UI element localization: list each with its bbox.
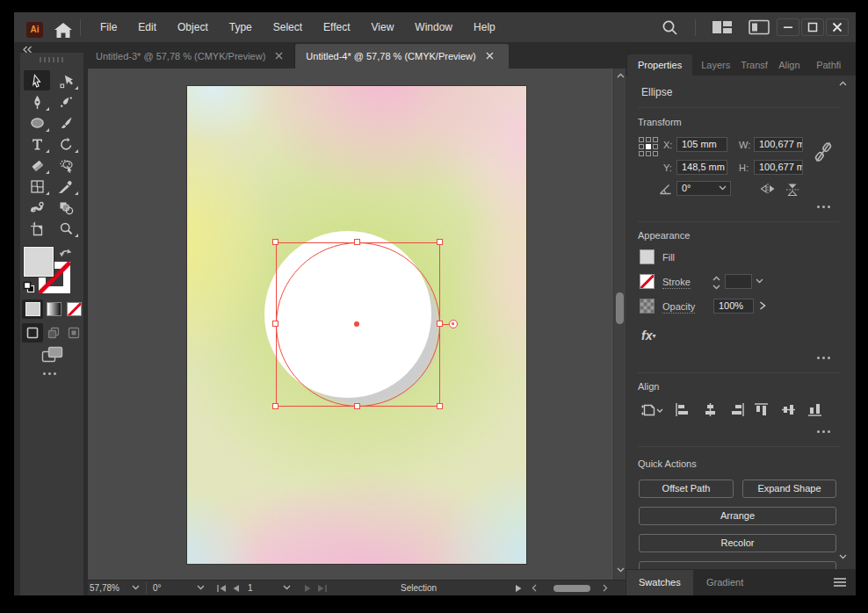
link-dimensions-icon[interactable] [814, 141, 833, 163]
x-input[interactable]: 105 mm [676, 137, 727, 152]
menu-type[interactable]: Type [219, 12, 263, 42]
menu-file[interactable]: File [90, 12, 127, 42]
document-tab-1[interactable]: Untitled-3* @ 57,78 % (CMYK/Preview) [88, 44, 295, 69]
stroke-weight-input[interactable] [725, 274, 752, 289]
blend-tool[interactable] [52, 197, 81, 218]
shape-builder-tool[interactable] [52, 155, 81, 176]
last-artboard-icon[interactable] [316, 584, 328, 593]
ellipse-tool[interactable] [23, 112, 52, 133]
panel-tab-layers[interactable]: Layers [701, 54, 741, 76]
align-v-top-icon[interactable] [754, 402, 769, 417]
align-h-right-icon[interactable] [730, 402, 745, 417]
toolbar-grip[interactable] [40, 57, 63, 62]
paintbrush-tool[interactable] [52, 112, 81, 133]
panel-tab-pathfi[interactable]: Pathfi [816, 54, 854, 76]
scroll-left-icon[interactable] [532, 584, 537, 592]
flip-horizontal-icon[interactable] [760, 183, 776, 195]
status-text[interactable]: Selection [401, 583, 437, 593]
vertical-scrollbar-thumb[interactable] [616, 292, 624, 324]
curvature-tool[interactable] [52, 91, 81, 112]
recolor-button[interactable]: Recolor [639, 534, 836, 552]
align-more-dots-icon[interactable] [817, 430, 830, 433]
selection-handle[interactable] [354, 403, 360, 409]
reference-point-locator[interactable] [639, 137, 658, 156]
menu-view[interactable]: View [361, 12, 405, 42]
stroke-unit-chevron-icon[interactable] [756, 278, 763, 284]
home-icon[interactable] [54, 22, 73, 39]
selection-tool[interactable] [23, 70, 52, 91]
menu-help[interactable]: Help [463, 12, 506, 42]
document-tab-2[interactable]: Untitled-4* @ 57,78 % (CMYK/Preview) [295, 44, 508, 69]
partial-button[interactable] [639, 561, 836, 569]
zoom-tool[interactable] [52, 218, 81, 239]
eraser-tool[interactable] [23, 155, 52, 176]
expand-shape-button[interactable]: Expand Shape [742, 480, 836, 498]
direct-selection-tool[interactable] [52, 70, 81, 91]
align-h-left-icon[interactable] [675, 402, 690, 417]
selection-center-point[interactable] [354, 321, 359, 327]
artboard-number[interactable]: 1 [248, 583, 253, 593]
type-tool[interactable] [23, 133, 52, 155]
opacity-expand-icon[interactable] [759, 301, 766, 310]
menu-window[interactable]: Window [404, 12, 463, 42]
artboard-tool[interactable] [23, 218, 52, 239]
rotation-dropdown-icon[interactable] [197, 585, 205, 590]
panel-tab-properties[interactable]: Properties [627, 54, 692, 76]
transform-more-dots-icon[interactable] [817, 206, 830, 208]
rotation-select-chevron-icon[interactable] [719, 185, 727, 191]
offset-path-button[interactable]: Offset Path [639, 480, 734, 498]
menu-object[interactable]: Object [167, 12, 219, 42]
tab-close-icon[interactable] [275, 52, 284, 61]
close-button[interactable] [826, 18, 849, 36]
horizontal-scrollbar-thumb[interactable] [553, 585, 590, 592]
rotate-tool[interactable] [52, 133, 81, 155]
eyedropper-tool[interactable] [52, 176, 81, 197]
opacity-input[interactable]: 100% [713, 299, 754, 314]
panel-scroll-up-icon[interactable] [839, 81, 847, 86]
appearance-stroke-swatch[interactable] [640, 274, 655, 289]
draw-behind-icon[interactable] [47, 327, 60, 339]
edit-toolbar-dots-icon[interactable] [43, 372, 56, 375]
screen-mode-icon[interactable] [41, 346, 64, 364]
tab-swatches[interactable]: Swatches [626, 570, 693, 595]
fx-button[interactable]: fx▾ [641, 328, 655, 343]
draw-inside-icon[interactable] [68, 327, 80, 339]
vertical-scrollbar[interactable] [613, 69, 626, 580]
selection-handle[interactable] [437, 321, 443, 327]
fill-color-swatch[interactable] [24, 247, 54, 277]
selection-handle[interactable] [437, 239, 443, 245]
opacity-label[interactable]: Opacity [662, 301, 695, 314]
panel-toggle-icon[interactable] [749, 19, 770, 35]
next-artboard-icon[interactable] [304, 584, 312, 593]
selection-handle[interactable] [272, 321, 278, 327]
selection-handle[interactable] [272, 239, 278, 245]
default-fill-stroke-icon[interactable] [23, 281, 35, 293]
arrange-button[interactable]: Arrange [639, 507, 836, 525]
scroll-right-icon[interactable] [603, 584, 608, 592]
none-button[interactable] [67, 302, 82, 316]
align-v-center-icon[interactable] [781, 402, 796, 417]
h-input[interactable]: 100,677 mm [754, 160, 803, 175]
draw-normal-icon[interactable] [26, 327, 39, 339]
gradient-button[interactable] [47, 302, 61, 316]
status-expand-icon[interactable] [515, 584, 522, 593]
rotation-value[interactable]: 0° [153, 583, 162, 593]
swap-fill-stroke-icon[interactable] [59, 247, 74, 260]
selection-handle[interactable] [272, 403, 278, 409]
tab-gradient[interactable]: Gradient [694, 570, 756, 595]
puppet-warp-tool[interactable] [23, 197, 52, 218]
swatches-menu-icon[interactable] [833, 577, 847, 588]
scroll-down-icon[interactable] [617, 567, 625, 573]
align-h-center-icon[interactable] [703, 402, 718, 417]
search-icon[interactable] [661, 18, 679, 37]
flip-vertical-icon[interactable] [785, 183, 799, 197]
stroke-label[interactable]: Stroke [662, 277, 691, 289]
app-logo[interactable]: Ai [26, 22, 43, 38]
first-artboard-icon[interactable] [216, 584, 228, 593]
pen-tool[interactable] [23, 91, 52, 112]
selection-handle[interactable] [437, 403, 443, 409]
panel-tab-transf[interactable]: Transf [741, 54, 778, 76]
w-input[interactable]: 100,677 mm [754, 137, 803, 152]
menu-edit[interactable]: Edit [127, 12, 167, 42]
canvas[interactable] [88, 69, 613, 580]
